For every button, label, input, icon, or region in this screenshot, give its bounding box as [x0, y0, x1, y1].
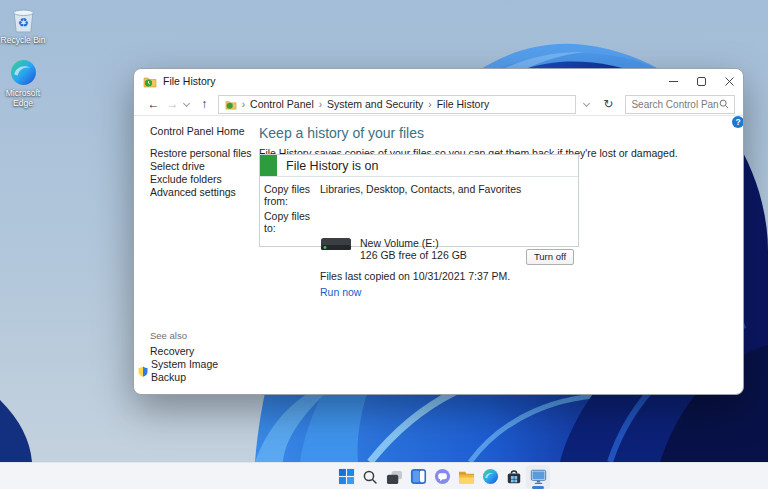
drive-space: 126 GB free of 126 GB [360, 249, 467, 261]
breadcrumb-control-panel[interactable]: Control Panel [250, 98, 314, 110]
desktop-icon-label: Recycle Bin [0, 36, 46, 46]
sidebar-item-advanced-settings[interactable]: Advanced settings [150, 186, 256, 199]
sidebar-item-control-panel-home[interactable]: Control Panel Home [150, 125, 256, 137]
sidebar-item-exclude-folders[interactable]: Exclude folders [150, 173, 256, 186]
copy-files-from-label: Copy files from: [264, 183, 320, 207]
close-button[interactable] [715, 69, 743, 93]
file-history-status-panel: File History is on Copy files from: Libr… [259, 154, 579, 247]
svg-text:♻: ♻ [17, 15, 28, 30]
status-green-indicator [260, 155, 277, 176]
taskbar-start-button[interactable] [334, 465, 358, 489]
sidebar: Control Panel Home Restore personal file… [134, 115, 256, 394]
taskbar-widgets-button[interactable] [406, 465, 430, 489]
up-button[interactable]: ↑ [195, 97, 214, 111]
file-history-app-icon [143, 75, 157, 88]
status-header: File History is on [260, 155, 578, 177]
taskbar-file-explorer-button[interactable] [454, 465, 478, 489]
minimize-button[interactable] [659, 69, 687, 93]
status-title: File History is on [286, 159, 378, 173]
control-panel-window-icon [530, 469, 547, 485]
breadcrumb-system-and-security[interactable]: System and Security [327, 98, 423, 110]
main-content: Keep a history of your files File Histor… [256, 115, 743, 394]
close-icon [725, 77, 734, 86]
windows-start-icon [338, 468, 355, 485]
last-copied-text: Files last copied on 10/31/2021 7:37 PM. [320, 270, 578, 282]
task-view-icon [386, 469, 403, 485]
taskbar-edge-button[interactable] [478, 465, 502, 489]
maximize-icon [697, 77, 706, 86]
file-history-location-icon [225, 99, 237, 110]
breadcrumb-separator: › [428, 99, 431, 110]
drive-name: New Volume (E:) [360, 237, 467, 249]
file-explorer-icon [458, 469, 475, 485]
taskbar-task-view-button[interactable] [382, 465, 406, 489]
history-chevron-icon[interactable] [183, 99, 190, 106]
address-bar[interactable]: › Control Panel › System and Security › … [218, 95, 577, 114]
maximize-button[interactable] [687, 69, 715, 93]
edge-logo-icon [9, 58, 38, 87]
window-title: File History [163, 75, 216, 87]
breadcrumb-separator: › [242, 99, 245, 110]
file-history-window: File History ← → ↑ › Control Panel › [133, 68, 744, 395]
page-title: Keep a history of your files [259, 125, 743, 141]
desktop-icon-microsoft-edge[interactable]: Microsoft Edge [0, 58, 46, 108]
sidebar-item-recovery[interactable]: Recovery [150, 345, 256, 358]
taskbar-store-button[interactable] [502, 465, 526, 489]
refresh-button[interactable]: ↻ [603, 97, 613, 111]
taskbar-chat-button[interactable] [430, 465, 454, 489]
sidebar-item-label: System Image Backup [151, 358, 256, 384]
desktop-icon-label: Microsoft Edge [0, 89, 46, 108]
turn-off-button[interactable]: Turn off [526, 249, 574, 265]
chat-icon [434, 468, 451, 485]
taskbar-search-button[interactable] [358, 465, 382, 489]
widgets-icon [410, 468, 427, 485]
microsoft-store-icon [506, 468, 522, 485]
edge-icon [482, 468, 499, 485]
copy-files-to-label: Copy files to: [264, 210, 320, 234]
desktop-icon-recycle-bin[interactable]: ♻ Recycle Bin [0, 5, 46, 46]
taskbar [0, 462, 768, 489]
breadcrumb-file-history[interactable]: File History [437, 98, 490, 110]
breadcrumb-separator: › [319, 99, 322, 110]
recycle-bin-icon: ♻ [9, 5, 38, 34]
search-icon [719, 99, 729, 109]
sidebar-item-select-drive[interactable]: Select drive [150, 160, 256, 173]
minimize-icon [669, 77, 678, 86]
title-bar: File History [134, 69, 743, 93]
search-box[interactable] [625, 95, 735, 114]
sidebar-item-system-image-backup[interactable]: System Image Backup [150, 358, 256, 384]
see-also-label: See also [150, 330, 256, 341]
uac-shield-icon [138, 366, 148, 377]
copy-files-from-value: Libraries, Desktop, Contacts, and Favori… [320, 183, 521, 207]
address-dropdown-chevron-icon[interactable] [583, 99, 590, 106]
back-button[interactable]: ← [144, 97, 163, 111]
sidebar-item-restore-personal-files[interactable]: Restore personal files [150, 147, 256, 160]
run-now-link[interactable]: Run now [320, 286, 361, 298]
navigation-bar: ← → ↑ › Control Panel › System and Secur… [134, 93, 743, 115]
taskbar-control-panel-button-active[interactable] [526, 465, 550, 489]
search-icon [362, 469, 378, 485]
forward-button[interactable]: → [163, 97, 182, 111]
search-input[interactable] [631, 99, 719, 110]
hard-drive-icon [320, 237, 352, 253]
